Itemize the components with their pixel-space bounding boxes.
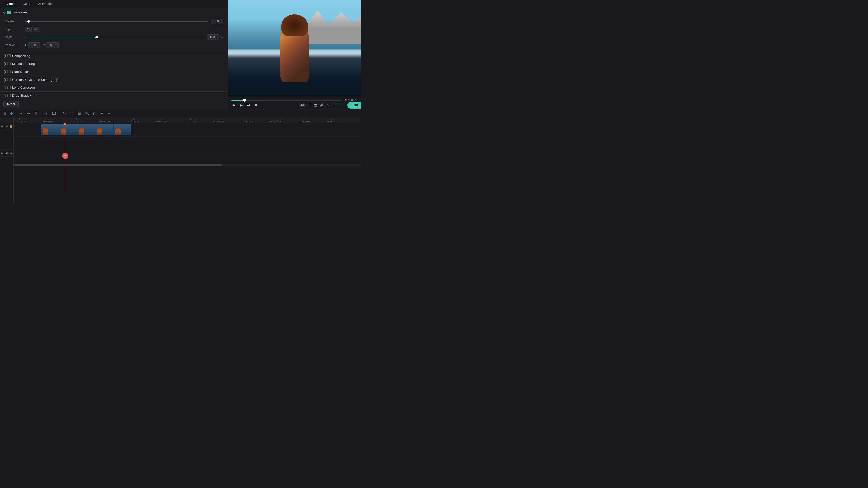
tick-9: 00:00:45:00 — [270, 119, 282, 123]
redo-button[interactable]: ↪ — [26, 110, 31, 116]
right-controls: 1/2 ⛶ 📷 🔊 ⚙ − + OK — [299, 103, 358, 107]
drop-shadow-header[interactable]: Drop Shadow — [0, 92, 228, 99]
scale-slider[interactable] — [25, 37, 205, 37]
audio-track-label: ▶1 🔊 🔒 — [0, 150, 13, 157]
progress-thumb[interactable] — [243, 99, 246, 102]
cut-button[interactable]: ✂ — [44, 110, 49, 116]
transform-checkbox[interactable] — [7, 11, 11, 14]
snapshot-button[interactable]: 📷 — [314, 103, 318, 107]
transform-header[interactable]: Transform — [0, 8, 228, 16]
drop-shadow-checkbox[interactable] — [7, 94, 11, 97]
controls-row: ⏮ ▶ ⏭ ⏹ 1/2 ⛶ 📷 🔊 ⚙ − + — [231, 103, 358, 107]
transform-chevron — [3, 10, 6, 14]
scrollbar-track — [13, 164, 361, 166]
tick-10: 00:00:50:00 — [299, 119, 311, 123]
track-labels: ▶1 👁 🔒 ▶1 🔊 🔒 — [0, 118, 13, 203]
track2-lock-icon[interactable]: 🔒 — [10, 152, 13, 154]
track1-lock-icon[interactable]: 🔒 — [9, 125, 12, 128]
compositing-header[interactable]: Compositing — [0, 52, 228, 60]
undo-button[interactable]: ↩ — [18, 110, 24, 116]
skip-back-button[interactable]: ⏮ — [231, 103, 236, 107]
play-button[interactable]: ▶ — [239, 103, 244, 107]
flip-row: Flip: ⇅ ⇄ — [5, 27, 223, 32]
tab-animation[interactable]: Animation — [34, 0, 57, 8]
track2-audio-icon[interactable]: 🔊 — [6, 152, 9, 154]
lens-correction-header[interactable]: Lens Correction — [0, 84, 228, 92]
ok-button-right[interactable]: OK — [354, 103, 358, 107]
fullscreen-button[interactable]: ⛶ — [308, 103, 312, 107]
playhead-circle[interactable]: ✕ — [62, 153, 68, 159]
transform-section: Transform Rotate: 0.0 Flip: — [0, 8, 228, 52]
position-y-input[interactable]: 0.0 — [46, 42, 59, 48]
tick-2: 00:00:10:00 — [71, 119, 83, 123]
reset-button[interactable]: Reset — [3, 101, 19, 107]
mask-button[interactable]: ◧ — [92, 110, 97, 116]
chroma-key-chevron — [3, 78, 6, 81]
transform-title: Transform — [12, 10, 27, 14]
align-button[interactable]: ≡ — [106, 110, 112, 116]
ok-button[interactable]: OK — [347, 102, 361, 108]
right-panel: 00:00:08:15 ⏮ ▶ ⏭ ⏹ 1/2 ⛶ 📷 🔊 ⚙ − — [228, 0, 361, 109]
tab-color[interactable]: Color — [19, 0, 34, 8]
progress-track[interactable] — [231, 100, 342, 101]
lens-correction-checkbox[interactable] — [7, 86, 11, 89]
time-display: 00:00:08:15 — [344, 99, 358, 102]
rotate-value[interactable]: 0.0 — [211, 19, 223, 24]
ai-button[interactable]: ✦ — [99, 110, 104, 116]
flip-horizontal-button[interactable]: ⇅ — [25, 27, 32, 32]
rotate-tool-button[interactable]: ↻ — [62, 110, 67, 116]
chroma-key-title: Chroma Key(Green Screen) — [12, 78, 52, 82]
ruler-playhead — [65, 118, 65, 123]
rotate-slider[interactable] — [25, 21, 208, 22]
video-clip[interactable]: ▶ 0:00 — [41, 124, 131, 135]
video-track-label: ▶1 👁 🔒 — [0, 123, 13, 130]
add-track-button[interactable]: ⊞ — [2, 110, 8, 116]
motion-tracking-header[interactable]: Motion Tracking — [0, 60, 228, 68]
track1-eye-icon[interactable]: 👁 — [6, 125, 8, 128]
quality-select[interactable]: 1/2 — [299, 103, 306, 107]
magnet-button[interactable]: 🔗 — [9, 110, 14, 116]
ruler: 00:00:00:00 00:00:05:00 00:00:10:00 00:0… — [13, 118, 361, 123]
drop-shadow-title: Drop Shadow — [12, 94, 32, 97]
scale-label: Scale: — [5, 35, 25, 39]
person-figure — [280, 19, 309, 82]
progress-row: 00:00:08:15 — [231, 99, 358, 102]
flip-vertical-button[interactable]: ⇄ — [33, 27, 40, 32]
flip-label: Flip: — [5, 28, 25, 31]
delete-button[interactable]: 🗑 — [33, 110, 38, 116]
scale-row: Scale: 100.0 % — [5, 34, 223, 40]
drop-shadow-chevron — [3, 94, 6, 97]
transport-bar: 00:00:08:15 ⏮ ▶ ⏭ ⏹ 1/2 ⛶ 📷 🔊 ⚙ − — [228, 97, 361, 109]
settings-button[interactable]: ⚙ — [326, 103, 330, 107]
compositing-checkbox[interactable] — [7, 54, 11, 58]
clip-button[interactable]: 📎 — [84, 110, 90, 116]
crop-button[interactable]: ⌧ — [51, 110, 57, 116]
motion-tracking-checkbox[interactable] — [7, 62, 11, 65]
split-button[interactable]: ⊟ — [76, 110, 82, 116]
zoom-fill — [334, 105, 345, 105]
stop-button[interactable]: ⏹ — [253, 103, 258, 107]
position-x-input[interactable]: 0.0 — [28, 42, 40, 48]
tabs-bar: Video Color Animation — [0, 0, 228, 8]
chroma-key-header[interactable]: Chroma Key(Green Screen) i — [0, 76, 228, 84]
scale-value[interactable]: 100.0 — [207, 34, 219, 40]
chroma-key-checkbox[interactable] — [7, 78, 11, 81]
chroma-key-info-icon[interactable]: i — [55, 78, 58, 82]
position-row: Position: X 0.0 Y 0.0 — [5, 42, 223, 48]
timeline-scrollbar — [13, 164, 361, 166]
scrollbar-thumb[interactable] — [13, 164, 222, 166]
stabilization-header[interactable]: Stabilization — [0, 68, 228, 75]
rotate-label: Rotate: — [5, 20, 25, 23]
rotate-row: Rotate: 0.0 — [5, 19, 223, 24]
audio-button[interactable]: 🔊 — [320, 103, 324, 107]
tab-video[interactable]: Video — [2, 0, 19, 8]
zoom-track[interactable] — [334, 105, 349, 105]
skip-forward-button[interactable]: ⏭ — [246, 103, 251, 107]
tick-3: 00:00:15:00 — [99, 119, 111, 123]
position-x-group: X 0.0 — [25, 42, 40, 48]
tracks-container: ▶ 0:00 — [13, 123, 361, 164]
stabilization-checkbox[interactable] — [7, 70, 11, 73]
stabilization-section: Stabilization — [0, 68, 228, 76]
tick-11: 00:00:55:00 — [328, 119, 339, 123]
freeze-button[interactable]: ❄ — [69, 110, 75, 116]
